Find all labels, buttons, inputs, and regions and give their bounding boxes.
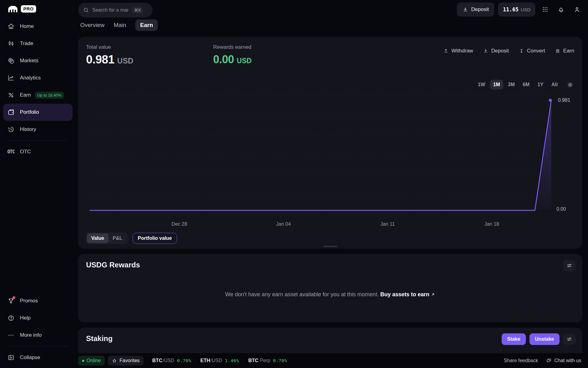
- chat-icon: [546, 358, 552, 364]
- ticker-base: BTC: [248, 358, 258, 363]
- chart-x-labels: Dec 28Jan 04Jan 11Jan 18: [90, 221, 551, 228]
- favorites-label: Favorites: [119, 358, 140, 363]
- tab-earn[interactable]: Earn: [135, 19, 157, 31]
- sidebar-item-analytics[interactable]: Analytics: [0, 69, 76, 86]
- account-balance[interactable]: 11.65 USD: [498, 2, 535, 17]
- sidebar-footer: Promos Help More info Collapse: [0, 292, 76, 368]
- sliders-icon: [566, 336, 572, 342]
- sidebar-item-promos[interactable]: Promos: [0, 292, 76, 309]
- percent-icon: [7, 91, 15, 99]
- statusbar-right: Share feedback Chat with us: [504, 358, 581, 364]
- portfolio-tabs: Overview Main Earn: [80, 19, 158, 32]
- staking-actions: Stake Unstake: [502, 333, 575, 345]
- unstake-button[interactable]: Unstake: [530, 333, 560, 345]
- notifications-button[interactable]: [555, 3, 567, 16]
- ticker-btc-perp[interactable]: BTC Perp 0.70%: [248, 358, 287, 363]
- sliders-icon: [566, 263, 572, 269]
- upload-icon: [443, 48, 449, 54]
- sidebar-item-otc[interactable]: OTC OTC: [0, 143, 76, 160]
- usdg-filter-button[interactable]: [563, 260, 575, 271]
- deposit-action-button[interactable]: Deposit: [483, 48, 509, 54]
- chart-plot-area[interactable]: [90, 94, 551, 216]
- buy-assets-link[interactable]: Buy assets to earn: [380, 291, 435, 297]
- chat-label: Chat with us: [554, 358, 581, 363]
- pro-badge: PRO: [21, 5, 36, 13]
- wallet-icon: [7, 109, 15, 116]
- rewards-earned-currency: USD: [237, 57, 252, 65]
- ticker-eth-usd[interactable]: ETH /USD 1.46%: [200, 358, 239, 363]
- empty-message-text: We don't have any earn asset available f…: [225, 291, 379, 297]
- otc-icon: OTC: [7, 148, 15, 155]
- withdraw-button[interactable]: Withdraw: [443, 48, 473, 54]
- series-selector[interactable]: Portfolio value: [133, 233, 177, 244]
- sidebar-collapse-button[interactable]: Collapse: [0, 349, 76, 366]
- panel-resize-handle[interactable]: [323, 246, 337, 247]
- sidebar-item-home[interactable]: Home: [0, 18, 76, 35]
- coins-icon: [7, 57, 15, 64]
- sidebar-item-portfolio[interactable]: Portfolio: [3, 104, 73, 121]
- earn-icon: [555, 48, 560, 54]
- apps-grid-button[interactable]: [539, 3, 551, 16]
- chat-link[interactable]: Chat with us: [546, 358, 581, 364]
- x-tick-label: Dec 28: [172, 221, 187, 227]
- brand-logo[interactable]: PRO: [7, 5, 36, 13]
- notification-dot: [13, 296, 15, 299]
- arrow-up-right-icon: [431, 292, 435, 297]
- portfolio-actions: Withdraw Deposit Convert Earn: [443, 48, 574, 54]
- x-tick-label: Jan 11: [380, 221, 395, 227]
- range-all[interactable]: All: [548, 80, 561, 90]
- total-value-label: Total value: [86, 44, 133, 50]
- chart-settings-button[interactable]: [565, 80, 575, 90]
- range-1w[interactable]: 1W: [475, 80, 488, 90]
- deposit-button[interactable]: Deposit: [457, 2, 495, 17]
- ticker-quote: Perp: [260, 358, 270, 363]
- ticker-quote: /USD: [210, 358, 222, 363]
- balance-currency: USD: [521, 7, 530, 12]
- x-tick-label: Jan 04: [276, 221, 291, 227]
- ticker-btc-usd[interactable]: BTC /USD 0.70%: [152, 358, 191, 363]
- connection-status[interactable]: Online: [78, 356, 105, 366]
- toggle-pnl[interactable]: P&L: [108, 233, 127, 243]
- ticker-quote: /USD: [163, 358, 174, 363]
- bell-icon: [558, 6, 564, 13]
- sidebar-item-history[interactable]: History: [0, 121, 76, 138]
- sidebar-item-label: Help: [20, 315, 31, 321]
- candles-icon: [7, 40, 15, 47]
- gear-icon: [567, 82, 573, 88]
- sidebar-item-earn[interactable]: Earn Up to 18.40%: [0, 86, 76, 104]
- rewards-earned-label: Rewards earned: [213, 44, 252, 50]
- trophy-icon: [7, 297, 15, 305]
- ticker-base: ETH: [200, 358, 210, 363]
- sidebar-item-trade[interactable]: Trade: [0, 35, 76, 52]
- sidebar-item-more-info[interactable]: More info: [0, 327, 76, 344]
- range-1y[interactable]: 1Y: [534, 80, 547, 90]
- account-button[interactable]: [571, 3, 583, 16]
- range-6m[interactable]: 6M: [520, 80, 533, 90]
- market-search[interactable]: ⌘K: [78, 3, 153, 17]
- sidebar-item-help[interactable]: Help: [0, 309, 76, 327]
- stake-button[interactable]: Stake: [502, 333, 526, 345]
- x-tick-label: Jan 18: [484, 221, 499, 227]
- tab-main[interactable]: Main: [114, 19, 126, 31]
- rewards-earned-stat: Rewards earned 0.00 USD: [213, 44, 252, 66]
- usdg-rewards-title: USDG Rewards: [86, 261, 140, 269]
- range-3m[interactable]: 3M: [505, 80, 518, 90]
- toggle-value[interactable]: Value: [87, 233, 108, 243]
- sidebar-item-markets[interactable]: Markets: [0, 52, 76, 69]
- sidebar-divider: [7, 140, 68, 141]
- range-1m[interactable]: 1M: [490, 80, 503, 90]
- ticker-strip: BTC /USD 0.70% ETH /USD 1.46% BTC Perp 0…: [152, 358, 287, 363]
- staking-filter-button[interactable]: [563, 334, 575, 345]
- action-label: Deposit: [491, 48, 509, 54]
- share-feedback-link[interactable]: Share feedback: [504, 358, 538, 363]
- buy-assets-label: Buy assets to earn: [380, 291, 429, 297]
- convert-button[interactable]: Convert: [519, 48, 545, 54]
- y-axis-max-label: 0.981: [558, 98, 570, 103]
- search-input[interactable]: [92, 7, 129, 13]
- kraken-logo-icon: [7, 5, 18, 13]
- tab-overview[interactable]: Overview: [80, 19, 104, 31]
- help-icon: [7, 314, 15, 322]
- favorites-button[interactable]: Favorites: [108, 356, 144, 366]
- sidebar-item-label: Trade: [20, 40, 33, 47]
- earn-action-button[interactable]: Earn: [555, 48, 574, 54]
